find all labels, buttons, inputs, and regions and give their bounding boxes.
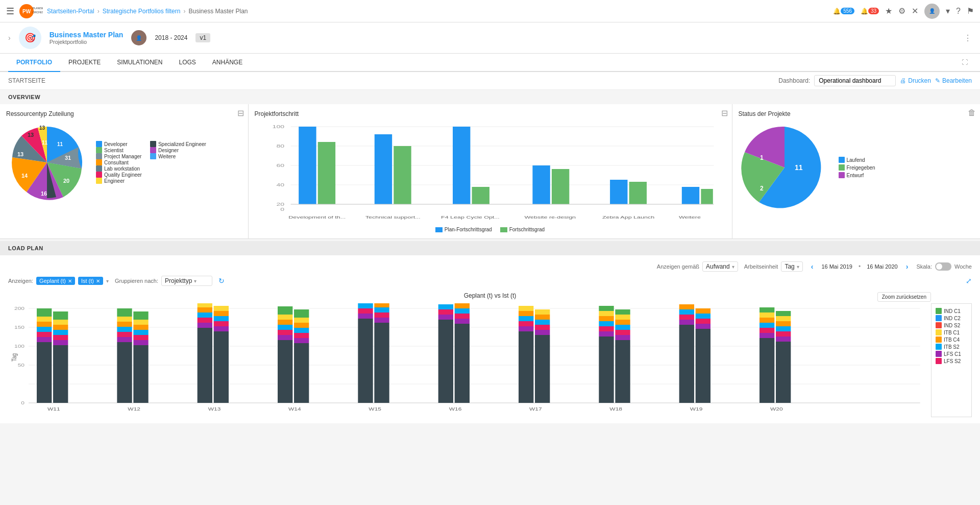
edit-button[interactable]: ✎ Bearbeiten — [935, 77, 972, 84]
fullscreen-icon[interactable]: ⛶ — [958, 54, 972, 71]
legend-consultant-label: Consultant — [104, 160, 129, 165]
svg-text:14: 14 — [21, 173, 28, 179]
unit-dropdown[interactable]: Tag ▾ — [781, 261, 802, 272]
breadcrumb-home[interactable]: Startseiten-Portal — [47, 8, 94, 15]
tab-portfolio[interactable]: PORTFOLIO — [8, 54, 60, 72]
legend-itb-s2-label: ITB S2 — [944, 344, 960, 350]
show-label: Anzeigen gemäß — [657, 263, 699, 270]
tab-anhaenge[interactable]: ANHÄNGE — [204, 54, 251, 72]
svg-text:PLANISWARE: PLANISWARE — [33, 7, 43, 10]
svg-rect-108 — [294, 343, 309, 403]
status-pie-container: 11 2 1 Laufend Freigegeben Entwurf — [739, 122, 974, 213]
unit-control: Arbeitseinheit Tag ▾ — [744, 261, 803, 272]
alert-icon: 🔔 — [861, 8, 868, 15]
svg-rect-63 — [37, 317, 52, 322]
svg-rect-150 — [599, 331, 614, 336]
portfolio-type: Projektportfolio — [50, 39, 124, 45]
legend-lfs-s2: LFS S2 — [936, 358, 967, 364]
scale-toggle-switch[interactable] — [935, 262, 951, 271]
show-by-control: Anzeigen gemäß Aufwand ▾ — [657, 261, 738, 272]
alert-count: 33 — [868, 8, 879, 14]
load-plan-title: LOAD PLAN — [8, 245, 43, 251]
show-dropdown[interactable]: Aufwand ▾ — [702, 261, 738, 272]
svg-rect-132 — [455, 314, 470, 319]
refresh-icon[interactable]: ↻ — [218, 277, 225, 285]
portfolio-more[interactable]: ⋮ — [964, 33, 972, 43]
legend-itb-c4-label: ITB C4 — [944, 337, 960, 343]
tab-logs[interactable]: LOGS — [170, 54, 204, 72]
collapse-arrow[interactable]: › — [8, 34, 11, 42]
svg-rect-69 — [53, 325, 68, 330]
filter-geplant-close[interactable]: ✕ — [68, 278, 72, 284]
svg-rect-166 — [679, 315, 694, 320]
svg-rect-30 — [453, 127, 470, 204]
user-dropdown-arrow[interactable]: ▾ — [946, 6, 950, 16]
svg-rect-121 — [374, 318, 389, 323]
status-card-menu[interactable]: 🗑 — [968, 108, 976, 117]
tab-simulationen[interactable]: SIMULATIONEN — [109, 54, 170, 72]
svg-rect-126 — [438, 320, 453, 403]
svg-rect-159 — [615, 325, 630, 330]
svg-rect-167 — [679, 309, 694, 315]
portfolio-name: Business Master Plan — [50, 31, 124, 39]
svg-rect-162 — [615, 309, 630, 315]
unit-value: Tag — [785, 263, 794, 270]
resource-card-menu[interactable]: ⊟ — [237, 108, 244, 118]
hamburger-menu[interactable]: ☰ — [6, 6, 14, 17]
notifications[interactable]: 🔔 556 — [833, 8, 854, 15]
resource-pie-chart: 31 20 16 14 13 13 13 11 11 — [6, 122, 88, 203]
portfolio-date-range: 2018 - 2024 — [155, 34, 187, 41]
status-legend: Laufend Freigegeben Entwurf — [839, 157, 875, 178]
notif-count: 556 — [841, 8, 854, 14]
legend-lfs-c1-label: LFS C1 — [944, 351, 961, 357]
legend-qe-label: Quality Engineer — [104, 172, 142, 178]
star-icon[interactable]: ★ — [885, 6, 892, 16]
alerts[interactable]: 🔔 33 — [861, 8, 879, 15]
startseite-label: STARTSEITE — [8, 77, 45, 84]
status-card-title: Status der Projekte — [739, 110, 974, 117]
svg-rect-64 — [37, 308, 52, 317]
filter-ist[interactable]: Ist (t) ✕ — [78, 277, 103, 285]
group-dropdown[interactable]: Projekttyp ▾ — [161, 276, 212, 286]
svg-rect-99 — [214, 306, 229, 311]
legend-freigegeben-label: Freigegeben — [847, 165, 875, 171]
filter-geplant[interactable]: Geplant (t) ✕ — [36, 277, 75, 285]
settings-icon[interactable]: ⚙ — [898, 6, 905, 16]
tabs-bar: PORTFOLIO PROJEKTE SIMULATIONEN LOGS ANH… — [0, 54, 980, 72]
close-icon[interactable]: ✕ — [912, 6, 918, 16]
tab-projekte[interactable]: PROJEKTE — [60, 54, 109, 72]
print-button[interactable]: 🖨 Drucken — [900, 77, 931, 84]
legend-ind-c2: IND C2 — [936, 315, 967, 321]
svg-rect-185 — [776, 326, 791, 331]
breadcrumb-portfolios[interactable]: Strategische Portfolios filtern — [103, 8, 181, 15]
legend-freigegeben: Freigegeben — [839, 164, 875, 171]
dashboard-dropdown[interactable]: Operational dashboard — [814, 75, 896, 86]
svg-rect-181 — [760, 307, 774, 312]
svg-rect-144 — [535, 325, 550, 330]
date-prev-arrow[interactable]: ‹ — [809, 262, 816, 271]
filters-dropdown-arrow[interactable]: ▾ — [106, 278, 109, 284]
legend-plan-fortschritt: Plan-Fortschrittsgrad — [435, 227, 492, 232]
help-icon[interactable]: ? — [956, 7, 961, 16]
legend-se-label: Specialized Engineer — [158, 141, 206, 147]
svg-rect-106 — [278, 315, 292, 320]
export-icon[interactable]: ⤢ — [966, 277, 972, 285]
svg-rect-98 — [214, 311, 229, 316]
svg-text:F4 Leap Cycle Opt...: F4 Leap Cycle Opt... — [441, 214, 500, 219]
overview-title: OVERVIEW — [8, 94, 40, 100]
svg-rect-24 — [299, 127, 316, 204]
svg-rect-33 — [532, 165, 550, 204]
svg-rect-180 — [760, 312, 774, 318]
user-avatar[interactable]: 👤 — [924, 4, 940, 19]
progress-card-menu[interactable]: ⊟ — [721, 108, 728, 118]
zoom-reset-button[interactable]: Zoom zurücksetzen — [877, 292, 931, 302]
svg-rect-73 — [117, 342, 132, 403]
svg-rect-165 — [679, 320, 694, 325]
flag-icon[interactable]: ⚑ — [967, 6, 974, 16]
filter-ist-close[interactable]: ✕ — [96, 278, 100, 284]
date-next-arrow[interactable]: › — [904, 262, 911, 271]
more-icon[interactable]: ⋮ — [964, 34, 972, 42]
svg-rect-131 — [455, 319, 470, 324]
svg-text:80: 80 — [276, 143, 284, 149]
date-from: 16 Mai 2019 — [821, 263, 852, 270]
